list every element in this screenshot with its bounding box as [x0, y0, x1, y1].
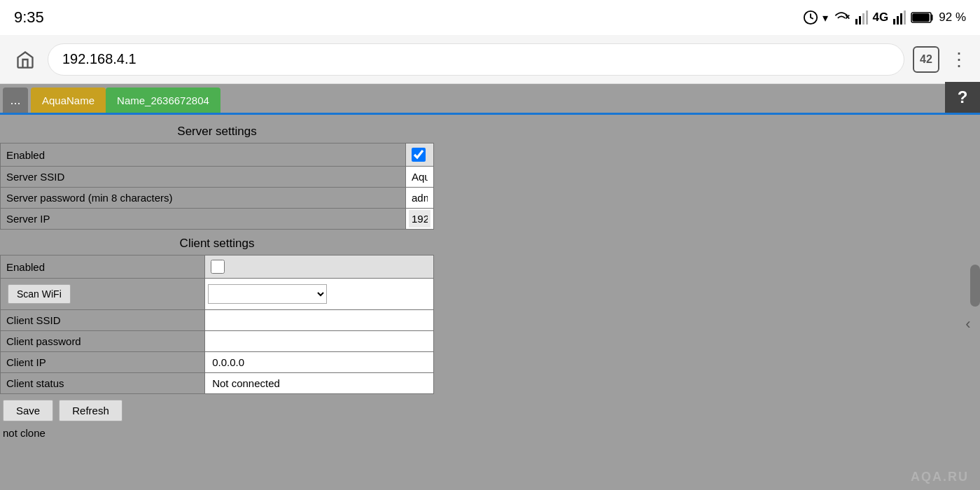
url-text: 192.168.4.1	[62, 51, 136, 67]
server-password-label: Server password (min 8 characters)	[1, 188, 406, 209]
client-ssid-row: Client SSID	[1, 310, 434, 331]
server-enabled-checkbox[interactable]	[412, 148, 426, 162]
svg-rect-6	[866, 10, 868, 24]
settings-panel: Server settings Enabled Server SSID Serv…	[0, 115, 434, 490]
clock-icon	[803, 10, 818, 25]
scroll-handle[interactable]	[970, 265, 980, 307]
client-password-label: Client password	[1, 331, 205, 352]
server-ssid-value[interactable]	[406, 167, 434, 188]
server-password-value[interactable]	[406, 188, 434, 209]
not-clone-text: not clone	[0, 427, 434, 439]
client-password-row: Client password	[1, 331, 434, 352]
browser-bar: 192.168.4.1 42 ⋮	[0, 35, 980, 84]
tab-bar: ... AquaName Name_2636672804 ?	[0, 84, 980, 115]
server-ip-value	[406, 209, 434, 230]
bottom-buttons: Save Refresh	[0, 394, 434, 427]
server-password-input[interactable]	[409, 189, 430, 206]
server-settings-table: Enabled Server SSID Server password (min…	[0, 143, 434, 230]
server-ssid-input[interactable]	[409, 168, 430, 186]
svg-rect-8	[897, 16, 899, 24]
client-settings-table: Enabled Scan WiFi Client SSID	[0, 255, 434, 394]
client-ssid-label: Client SSID	[1, 310, 205, 331]
svg-rect-7	[893, 19, 895, 24]
server-enabled-label: Enabled	[1, 144, 406, 167]
nav-back-button[interactable]: ‹	[958, 310, 979, 338]
battery-icon	[911, 11, 934, 24]
status-icons: ▾ 4G 92 %	[803, 10, 966, 25]
server-settings-title: Server settings	[0, 120, 434, 143]
client-password-value[interactable]	[205, 331, 434, 352]
status-bar: 9:35 ▾ 4G	[0, 0, 980, 35]
svg-rect-4	[859, 16, 861, 24]
save-button[interactable]: Save	[3, 400, 53, 421]
svg-rect-9	[900, 13, 902, 24]
client-status-label: Client status	[1, 373, 205, 394]
tab-count[interactable]: 42	[913, 46, 939, 73]
client-ip-label: Client IP	[1, 352, 205, 373]
wifi-x-icon	[832, 10, 850, 25]
server-password-row: Server password (min 8 characters)	[1, 188, 434, 209]
wifi-dropdown-cell[interactable]	[205, 279, 434, 310]
svg-rect-10	[904, 10, 906, 24]
home-button[interactable]	[11, 46, 39, 74]
scan-wifi-button[interactable]: Scan WiFi	[8, 284, 71, 304]
client-ip-value: 0.0.0.0	[205, 352, 434, 373]
wifi-network-dropdown[interactable]	[208, 284, 327, 304]
tab-name2636[interactable]: Name_2636672804	[106, 88, 220, 113]
server-ip-input	[409, 210, 430, 227]
svg-rect-3	[855, 19, 858, 24]
client-settings-title: Client settings	[0, 232, 434, 255]
signal2-icon	[892, 10, 906, 24]
client-status-row: Client status Not connected	[1, 373, 434, 394]
scan-wifi-row: Scan WiFi	[1, 279, 434, 310]
tab-more-button[interactable]: ...	[3, 88, 28, 113]
client-status-text: Not connected	[208, 374, 284, 392]
svg-rect-5	[862, 13, 864, 24]
status-time: 9:35	[14, 8, 44, 27]
client-status-value: Not connected	[205, 373, 434, 394]
address-bar[interactable]: 192.168.4.1	[48, 43, 904, 76]
right-panel: ‹ AQA.RU	[434, 115, 980, 490]
client-ip-row: Client IP 0.0.0.0	[1, 352, 434, 373]
client-enabled-label: Enabled	[1, 255, 205, 279]
server-ip-label: Server IP	[1, 209, 406, 230]
client-ssid-value[interactable]	[205, 310, 434, 331]
home-icon	[15, 50, 35, 69]
refresh-button[interactable]: Refresh	[59, 400, 122, 421]
watermark: AQA.RU	[911, 470, 969, 484]
tab-aquaname[interactable]: AquaName	[31, 88, 106, 113]
client-ssid-input[interactable]	[208, 312, 430, 329]
signal-icon	[855, 10, 869, 24]
help-button[interactable]: ?	[945, 82, 980, 113]
scan-wifi-cell[interactable]: Scan WiFi	[1, 279, 205, 310]
dropdown-arrow: ▾	[822, 11, 828, 24]
client-password-input[interactable]	[208, 332, 430, 350]
svg-rect-12	[913, 14, 929, 21]
client-enabled-row: Enabled	[1, 255, 434, 279]
client-ip-text: 0.0.0.0	[208, 354, 248, 371]
client-enabled-checkbox-cell[interactable]	[205, 255, 434, 279]
server-enabled-row: Enabled	[1, 144, 434, 167]
server-ssid-row: Server SSID	[1, 167, 434, 188]
menu-button[interactable]: ⋮	[948, 46, 969, 73]
battery-level: 92 %	[939, 10, 966, 24]
server-ssid-label: Server SSID	[1, 167, 406, 188]
server-ip-row: Server IP	[1, 209, 434, 230]
server-enabled-value[interactable]	[406, 144, 434, 167]
main-content: Server settings Enabled Server SSID Serv…	[0, 115, 980, 490]
client-enabled-checkbox[interactable]	[211, 260, 225, 274]
signal-type: 4G	[873, 10, 889, 24]
